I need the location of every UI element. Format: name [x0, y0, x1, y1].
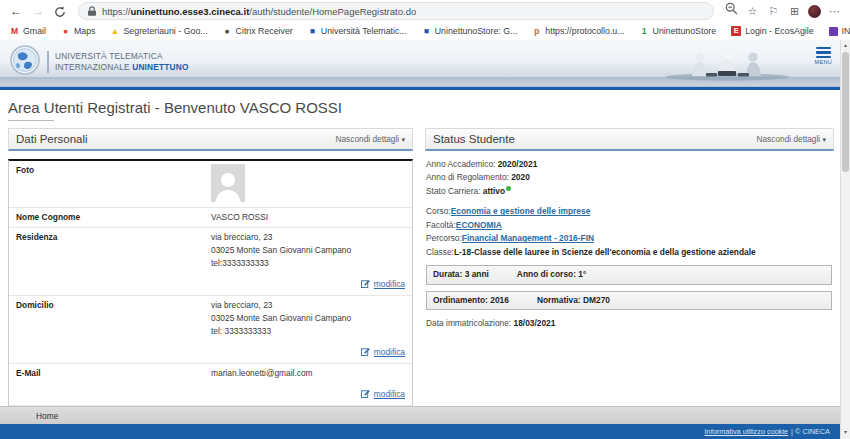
page: Università Telematica Internazionale UNI… [0, 40, 840, 439]
table-row-nome: Nome Cognome VASCO ROSSI [9, 208, 412, 228]
footer-bar: Informativa utilizzo cookie | © CINECA [0, 424, 840, 439]
citrix-icon: ● [223, 26, 232, 36]
active-status-icon [506, 186, 511, 191]
modifica-domicilio-link[interactable]: modifica [374, 347, 405, 357]
bookmark-label: INDAGINE MOTIVA... [842, 26, 850, 36]
email-value: marian.leonetti@gmail.com [211, 367, 405, 380]
modifica-email-link[interactable]: modifica [374, 389, 405, 399]
domicilio-line: 03025 Monte San Giovanni Campano [211, 312, 405, 325]
residenza-line: tel:3333333333 [211, 257, 405, 270]
header-photo [662, 47, 792, 85]
scrollbar-thumb[interactable] [842, 52, 849, 172]
collections-icon[interactable]: ⊞ [787, 0, 802, 22]
nome-value: VASCO ROSSI [211, 211, 405, 224]
table-row-foto: Foto [9, 161, 412, 208]
edit-icon [361, 348, 370, 358]
more-menu-icon[interactable]: ⋯ [827, 0, 842, 22]
personal-data-table: Foto Nome Cognome VASCO ROSSI Residenza … [8, 159, 413, 439]
corso-link[interactable]: Economia e gestione delle imprese [451, 206, 591, 216]
domicilio-line: via brecciaro, 23 [211, 299, 405, 312]
cookie-link[interactable]: Informativa utilizzo cookie [705, 427, 789, 436]
bookmark-ecosagile[interactable]: ELogin - EcosAgile [731, 26, 813, 36]
bookmark-citrix[interactable]: ●Citrix Receiver [223, 26, 293, 36]
modifica-residenza-link[interactable]: modifica [374, 279, 405, 289]
feedback-icon[interactable]: ⚐ [766, 0, 781, 22]
classe: Classe:L-18-Classe delle lauree in Scien… [426, 246, 832, 259]
uninettuno-site-icon: ■ [308, 26, 317, 36]
scroll-up-icon[interactable]: ▴ [841, 40, 850, 50]
browser-chrome: ← → https://uninettuno.esse3.cineca.it/a… [0, 0, 850, 41]
globe-icon [10, 45, 40, 79]
bookmark-label: UninettunoStore: G... [435, 26, 518, 36]
bookmarks-bar: MGmail ●Maps ▲Segreteriauni - Goo... ●Ci… [0, 22, 850, 40]
residenza-line: 03025 Monte San Giovanni Campano [211, 244, 405, 257]
corso: Corso:Economia e gestione delle imprese [426, 205, 832, 218]
percorso-link[interactable]: Financial Management - 2016-FIN [462, 233, 594, 243]
row-label: Nome Cognome [16, 211, 211, 224]
bookmark-label: https://protocollo.u... [545, 26, 624, 36]
anno-accademico: Anno Accademico: 2020/2021 [426, 158, 832, 171]
uninettuno-logo[interactable]: Università Telematica Internazionale UNI… [10, 45, 189, 79]
university-name: Università Telematica Internazionale UNI… [47, 51, 189, 73]
hide-details-link-status[interactable]: Nascondi dettagli ▾ [757, 134, 826, 144]
favorites-icon[interactable]: ☆ [745, 0, 760, 22]
bookmark-label: Login - EcosAgile [745, 26, 813, 36]
edit-icon [361, 280, 370, 290]
photo-placeholder-icon [211, 164, 245, 202]
protocollo-icon: p [532, 26, 541, 36]
bookmark-segreteriauni[interactable]: ▲Segreteriauni - Goo... [111, 26, 208, 36]
url-text: https://uninettuno.esse3.cineca.it/auth/… [102, 6, 416, 17]
bookmark-maps[interactable]: ●Maps [61, 26, 96, 36]
bookmark-label: Citrix Receiver [236, 26, 293, 36]
footer-breadcrumb: Home [0, 406, 840, 424]
header-divider [0, 86, 840, 90]
residenza-line: via brecciaro, 23 [211, 231, 405, 244]
status-studente-header: Status Studente Nascondi dettagli ▾ [425, 128, 834, 151]
home-link[interactable]: Home [36, 411, 58, 421]
copyright-text: | © CINECA [791, 427, 830, 436]
anno-regolamento: Anno di Regolamento: 2020 [426, 171, 832, 184]
lock-icon [88, 2, 96, 20]
chevron-down-icon: ▾ [401, 136, 405, 143]
status-studente-panel: Status Studente Nascondi dettagli ▾ Anno… [425, 128, 834, 439]
site-header: Università Telematica Internazionale UNI… [0, 40, 840, 86]
facolta: Facoltà:ECONOMIA [426, 219, 832, 232]
address-bar[interactable]: https://uninettuno.esse3.cineca.it/auth/… [78, 2, 714, 20]
refresh-icon[interactable] [52, 0, 68, 22]
back-icon[interactable]: ← [8, 0, 24, 22]
zoom-out-icon[interactable] [724, 0, 739, 22]
dati-personali-header: Dati Personali Nascondi dettagli ▾ [8, 128, 413, 151]
forward-icon[interactable]: → [30, 0, 46, 22]
facolta-link[interactable]: ECONOMIA [456, 220, 502, 230]
hide-details-link-personal[interactable]: Nascondi dettagli ▾ [336, 134, 405, 144]
indagine-icon [829, 27, 838, 36]
maps-icon: ● [61, 26, 70, 36]
menu-button[interactable]: MENU [815, 45, 832, 65]
profile-avatar[interactable] [808, 5, 821, 18]
hamburger-icon [816, 47, 831, 49]
ecosagile-icon: E [731, 26, 741, 36]
ordinamento-box: Ordinamento: 2016 Normativa: DM270 [426, 291, 832, 310]
bookmark-indagine[interactable]: INDAGINE MOTIVA... [829, 26, 850, 36]
table-row-domicilio: Domicilio via brecciaro, 23 03025 Monte … [9, 296, 412, 364]
bookmark-gmail[interactable]: MGmail [10, 26, 46, 36]
bookmark-uninettunostore-g[interactable]: ■UninettunoStore: G... [422, 26, 518, 36]
row-label: Residenza [16, 231, 211, 292]
bookmark-universita-telematica[interactable]: ■Università Telematic... [308, 26, 407, 36]
row-label: E-Mail [16, 367, 211, 402]
durata-box: Durata: 3 anni Anno di corso: 1° [426, 265, 832, 284]
bookmark-label: Maps [74, 26, 96, 36]
scroll-down-icon[interactable]: ▾ [841, 427, 850, 437]
section-title: Status Studente [433, 133, 515, 145]
drive-icon: ▲ [111, 26, 120, 36]
edit-icon [361, 390, 370, 400]
domicilio-line: tel: 3333333333 [211, 325, 405, 338]
scrollbar[interactable]: ▴ ▾ [840, 40, 850, 439]
bookmark-uninettunostore[interactable]: 1UninettunoStore [640, 26, 717, 36]
table-row-email: E-Mail marian.leonetti@gmail.com modific… [9, 364, 412, 406]
bookmark-label: UninettunoStore [653, 26, 717, 36]
bookmark-protocollo[interactable]: phttps://protocollo.u... [532, 26, 624, 36]
section-title: Dati Personali [16, 133, 88, 145]
row-label: Foto [16, 164, 211, 204]
dati-personali-panel: Dati Personali Nascondi dettagli ▾ Foto … [8, 128, 413, 439]
